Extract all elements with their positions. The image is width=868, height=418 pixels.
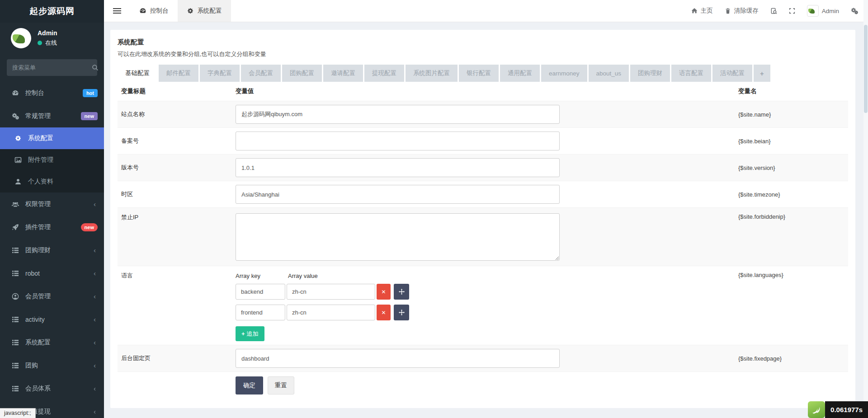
sidebar-item-个人资料[interactable]: 个人资料 bbox=[0, 171, 104, 193]
user-icon bbox=[14, 178, 23, 185]
dashboard-icon bbox=[11, 89, 20, 97]
search-input[interactable] bbox=[12, 64, 92, 71]
chevron-left-icon: ‹ bbox=[94, 269, 96, 277]
config-tab-基础配置[interactable]: 基础配置 bbox=[118, 65, 157, 82]
array-value-input[interactable] bbox=[287, 284, 375, 300]
drag-row-button[interactable] bbox=[394, 284, 409, 300]
scrollbar-thumb[interactable] bbox=[864, 25, 868, 113]
main-content: 系统配置 可以在此增改系统的变量和分组,也可以自定义分组和变量 基础配置邮件配置… bbox=[104, 22, 868, 418]
sidebar-item-团购[interactable]: 团购‹ bbox=[0, 354, 104, 377]
sidebar-item-robot[interactable]: robot‹ bbox=[0, 262, 104, 285]
avatar bbox=[807, 5, 819, 17]
cogs-icon bbox=[851, 7, 858, 14]
config-tab-会员配置[interactable]: 会员配置 bbox=[241, 65, 281, 82]
chevron-left-icon: ‹ bbox=[94, 246, 96, 254]
sidebar-item-label: activity bbox=[25, 316, 45, 323]
sidebar-item-常规管理[interactable]: 常规管理new bbox=[0, 104, 104, 127]
sidebar-item-团购理财[interactable]: 团购理财‹ bbox=[0, 239, 104, 262]
add-config-group-tab[interactable]: + bbox=[754, 65, 770, 82]
thinkphp-logo-icon[interactable] bbox=[808, 401, 825, 418]
list-icon bbox=[11, 316, 20, 323]
config-tab-earnmoney[interactable]: earnmoney bbox=[541, 65, 587, 82]
page-scrollbar[interactable] bbox=[863, 0, 868, 418]
sidebar-item-控制台[interactable]: 控制台hot bbox=[0, 81, 104, 104]
sidebar-item-activity[interactable]: activity‹ bbox=[0, 308, 104, 331]
topbar-expand-button[interactable] bbox=[789, 8, 795, 14]
config-tab-提现配置[interactable]: 提现配置 bbox=[364, 65, 404, 82]
chevron-left-icon: ‹ bbox=[94, 385, 96, 392]
topbar-清除缓存[interactable]: 清除缓存 bbox=[725, 7, 759, 15]
topbar-tab-控制台[interactable]: 控制台 bbox=[130, 0, 178, 22]
system-config-panel: 系统配置 可以在此增改系统的变量和分组,也可以自定义分组和变量 基础配置邮件配置… bbox=[110, 30, 855, 408]
submit-button[interactable]: 确定 bbox=[236, 376, 263, 395]
config-tab-银行配置[interactable]: 银行配置 bbox=[459, 65, 499, 82]
topbar-tab-系统配置[interactable]: 系统配置 bbox=[178, 0, 231, 22]
sidebar-item-系统配置[interactable]: 系统配置 bbox=[0, 127, 104, 149]
user-name: Admin bbox=[38, 29, 57, 37]
drag-row-button[interactable] bbox=[394, 305, 409, 320]
config-var-name: {$site.timezone} bbox=[738, 191, 848, 198]
list-icon bbox=[11, 362, 20, 369]
array-value-input[interactable] bbox=[287, 305, 375, 320]
trace-widget[interactable]: 0.061977s bbox=[808, 401, 868, 418]
dashboard-icon bbox=[139, 7, 146, 14]
config-tab-邀请配置[interactable]: 邀请配置 bbox=[323, 65, 363, 82]
delete-row-button[interactable]: ✕ bbox=[377, 284, 391, 300]
config-tab-about_us[interactable]: about_us bbox=[589, 65, 629, 82]
config-textarea-禁止IP[interactable] bbox=[236, 213, 560, 261]
config-input-后台固定页[interactable] bbox=[236, 349, 560, 368]
sidebar-item-系统配置[interactable]: 系统配置‹ bbox=[0, 331, 104, 354]
config-tab-团购理财[interactable]: 团购理财 bbox=[630, 65, 670, 82]
config-input-时区[interactable] bbox=[236, 185, 560, 204]
config-tab-邮件配置[interactable]: 邮件配置 bbox=[159, 65, 198, 82]
config-tab-活动配置[interactable]: 活动配置 bbox=[712, 65, 752, 82]
sidebar-search[interactable] bbox=[7, 59, 97, 76]
reset-button[interactable]: 重置 bbox=[268, 376, 294, 395]
config-input-版本号[interactable] bbox=[236, 158, 560, 177]
config-tab-通用配置[interactable]: 通用配置 bbox=[500, 65, 540, 82]
delete-row-button[interactable]: ✕ bbox=[377, 305, 391, 320]
config-tab-语言配置[interactable]: 语言配置 bbox=[671, 65, 711, 82]
cogs-icon bbox=[11, 113, 20, 120]
array-key-input[interactable] bbox=[236, 305, 285, 320]
sidebar-item-label: 插件管理 bbox=[25, 223, 51, 231]
config-row-后台固定页: 后台固定页{$site.fixedpage} bbox=[118, 345, 848, 371]
chevron-left-icon: ‹ bbox=[94, 408, 96, 415]
append-button[interactable]: +追加 bbox=[236, 326, 264, 341]
sidebar-item-label: 个人资料 bbox=[28, 178, 53, 186]
user-status: 在线 bbox=[38, 39, 57, 47]
sidebar-item-附件管理[interactable]: 附件管理 bbox=[0, 149, 104, 171]
badge-hot: hot bbox=[83, 89, 98, 97]
topbar-主页[interactable]: 主页 bbox=[691, 7, 713, 15]
topbar-admin-menu[interactable]: Admin bbox=[807, 5, 839, 17]
sidebar-item-会员体系[interactable]: 会员体系‹ bbox=[0, 377, 104, 400]
sidebar-item-label: 系统配置 bbox=[25, 338, 51, 347]
sidebar-item-label: 附件管理 bbox=[28, 156, 53, 164]
config-input-站点名称[interactable] bbox=[236, 105, 560, 124]
config-var-name: {$site.beian} bbox=[738, 138, 848, 145]
home-icon bbox=[691, 8, 698, 14]
config-var-name: {$site.version} bbox=[738, 164, 848, 171]
array-key-input[interactable] bbox=[236, 284, 285, 300]
table-header: 变量标题 变量值 变量名 bbox=[118, 82, 848, 101]
list-icon bbox=[11, 339, 20, 346]
chevron-left-icon: ‹ bbox=[94, 315, 96, 323]
chevron-left-icon: ‹ bbox=[94, 292, 96, 300]
config-input-备案号[interactable] bbox=[236, 132, 560, 150]
config-tab-团购配置[interactable]: 团购配置 bbox=[282, 65, 322, 82]
badge-new: new bbox=[81, 223, 98, 231]
config-tab-字典配置[interactable]: 字典配置 bbox=[200, 65, 240, 82]
sidebar-item-会员管理[interactable]: 会员管理‹ bbox=[0, 285, 104, 308]
users-icon bbox=[11, 201, 20, 208]
sidebar-item-label: 控制台 bbox=[25, 89, 44, 97]
brand-title: 起步源码网 bbox=[0, 0, 104, 23]
topbar-cogs-button[interactable] bbox=[851, 7, 858, 14]
chevron-left-icon: ‹ bbox=[94, 362, 96, 369]
config-label: 后台固定页 bbox=[121, 354, 236, 362]
config-tab-系统图片配置[interactable]: 系统图片配置 bbox=[406, 65, 458, 82]
menu-toggle-button[interactable] bbox=[104, 0, 130, 22]
topbar: 控制台系统配置 主页清除缓存Admin bbox=[104, 0, 868, 22]
sidebar-item-插件管理[interactable]: 插件管理new bbox=[0, 216, 104, 239]
sidebar-item-权限管理[interactable]: 权限管理‹ bbox=[0, 193, 104, 216]
topbar-file-search-button[interactable] bbox=[770, 8, 777, 14]
